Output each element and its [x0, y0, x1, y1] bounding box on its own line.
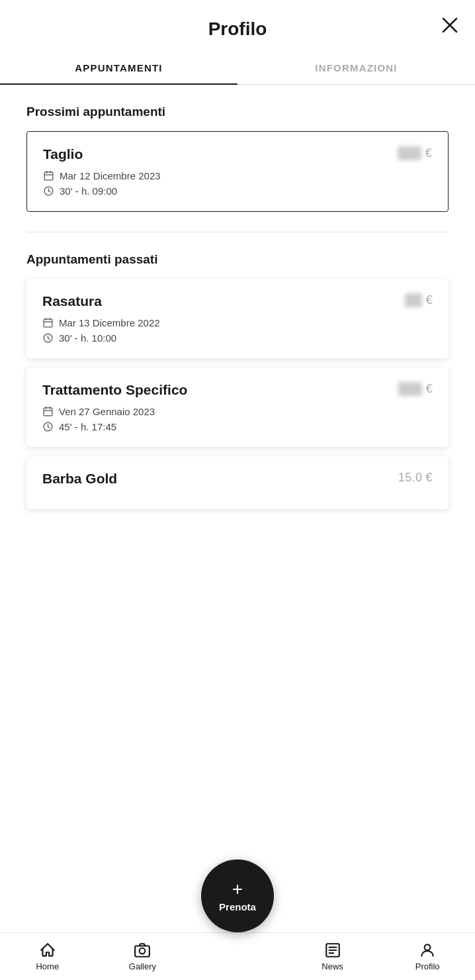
- past-section-title: Appuntamenti passati: [26, 252, 449, 267]
- person-icon: [419, 942, 436, 959]
- upcoming-section-title: Prossimi appuntamenti: [26, 105, 449, 119]
- card-top: Taglio 15.0 €: [43, 146, 432, 162]
- appointment-card-rasatura[interactable]: Rasatura 8.0 € Mar 13 Dicembre 2022 30' …: [26, 279, 449, 358]
- appointment-name: Barba Gold: [42, 471, 117, 487]
- fab-label: Prenota: [219, 901, 256, 912]
- nav-item-home[interactable]: Home: [0, 936, 95, 977]
- camera-icon: [134, 942, 151, 959]
- appointment-name: Trattamento Specifico: [42, 382, 187, 398]
- svg-point-24: [140, 948, 146, 954]
- tab-informazioni[interactable]: INFORMAZIONI: [238, 52, 475, 84]
- svg-line-22: [48, 427, 50, 428]
- appointment-time: 30' - h. 10:00: [42, 332, 433, 344]
- nav-item-news[interactable]: News: [285, 936, 380, 977]
- time-text: 45' - h. 17:45: [59, 421, 116, 432]
- svg-rect-9: [44, 319, 52, 327]
- card-top: Rasatura 8.0 €: [42, 293, 433, 309]
- appointment-card-trattamento[interactable]: Trattamento Specifico 28.0 € Ven 27 Genn…: [26, 368, 449, 447]
- fab-container: + Prenota: [201, 859, 274, 932]
- price-blurred: 28.0: [398, 382, 422, 396]
- appointment-date: Ven 27 Gennaio 2023: [42, 406, 433, 417]
- time-text: 30' - h. 10:00: [59, 332, 116, 344]
- nav-item-profilo[interactable]: Profilo: [380, 936, 475, 977]
- fab-plus-icon: +: [232, 880, 243, 899]
- appointment-time: 45' - h. 17:45: [42, 421, 433, 432]
- news-icon: [324, 942, 341, 959]
- close-button[interactable]: [441, 16, 459, 37]
- nav-label-gallery: Gallery: [129, 961, 156, 971]
- appointment-name: Rasatura: [42, 293, 102, 309]
- nav-label-news: News: [322, 961, 343, 971]
- card-top: Trattamento Specifico 28.0 €: [42, 382, 433, 398]
- nav-label-profilo: Profilo: [415, 961, 440, 971]
- page-title: Profilo: [208, 19, 267, 40]
- appointment-price: 15.0 €: [398, 146, 432, 160]
- appointment-card-taglio[interactable]: Taglio 15.0 € Mar 12 Dicembre 2023 30' -…: [26, 131, 449, 212]
- date-text: Ven 27 Gennaio 2023: [59, 406, 155, 417]
- calendar-icon: [42, 317, 54, 328]
- appointment-price: 28.0 €: [398, 382, 433, 396]
- appointment-price: 15.0 €: [398, 471, 433, 485]
- tabs-bar: APPUNTAMENTI INFORMAZIONI: [0, 52, 475, 85]
- svg-rect-16: [44, 408, 52, 416]
- svg-point-29: [425, 944, 431, 950]
- nav-item-gallery[interactable]: Gallery: [95, 936, 191, 977]
- svg-line-15: [48, 338, 50, 340]
- price-blurred: 15.0: [398, 146, 421, 160]
- appointment-date: Mar 12 Dicembre 2023: [43, 170, 432, 181]
- clock-icon: [42, 332, 54, 344]
- svg-rect-2: [44, 172, 53, 180]
- tab-appuntamenti[interactable]: APPUNTAMENTI: [0, 52, 238, 84]
- calendar-icon: [42, 406, 54, 417]
- appointment-time: 30' - h. 09:00: [43, 185, 432, 197]
- header: Profilo: [0, 0, 475, 52]
- time-text: 30' - h. 09:00: [60, 185, 117, 197]
- home-icon: [39, 942, 56, 959]
- clock-icon: [42, 421, 54, 432]
- date-text: Mar 13 Dicembre 2022: [59, 317, 160, 328]
- svg-line-8: [49, 191, 50, 193]
- card-top: Barba Gold 15.0 €: [42, 471, 433, 487]
- nav-label-home: Home: [36, 961, 59, 971]
- clock-icon: [43, 185, 54, 197]
- appointment-date: Mar 13 Dicembre 2022: [42, 317, 433, 328]
- prenota-button[interactable]: + Prenota: [201, 859, 274, 932]
- date-text: Mar 12 Dicembre 2023: [60, 170, 161, 181]
- bottom-nav: Home Gallery News Profilo: [0, 932, 475, 980]
- calendar-icon: [43, 170, 54, 181]
- appointment-card-barba-gold[interactable]: Barba Gold 15.0 €: [26, 456, 449, 509]
- section-divider: [26, 232, 449, 232]
- price-blurred: 8.0: [405, 293, 422, 307]
- appointment-price: 8.0 €: [405, 293, 433, 307]
- main-content: Prossimi appuntamenti Taglio 15.0 € Mar …: [0, 85, 475, 602]
- appointment-name: Taglio: [43, 146, 83, 162]
